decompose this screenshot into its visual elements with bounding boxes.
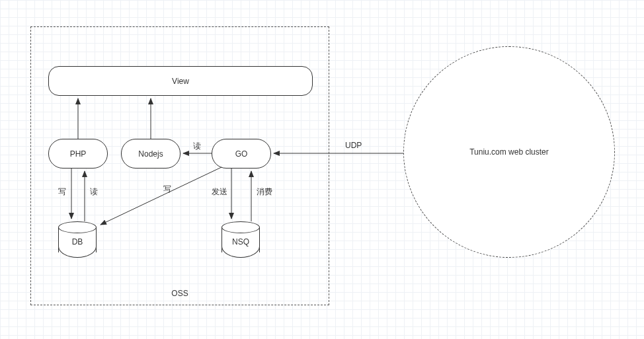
cluster-label: Tuniu.com web cluster (469, 147, 549, 157)
oss-label: OSS (171, 289, 188, 298)
nodejs-node: Nodejs (121, 139, 181, 169)
nodejs-label: Nodejs (138, 149, 163, 159)
go-node: GO (212, 139, 271, 169)
diagram-canvas: OSS View PHP Nodejs GO DB NSQ Tuniu.com … (0, 0, 644, 339)
php-label: PHP (70, 149, 87, 159)
edge-label-go-nsq-send: 发送 (210, 186, 229, 198)
go-label: GO (235, 149, 248, 159)
view-node: View (48, 66, 313, 96)
php-node: PHP (48, 139, 108, 169)
edge-label-go-db-write: 写 (162, 184, 173, 195)
db-node: DB (58, 221, 97, 258)
nsq-node: NSQ (221, 221, 260, 258)
nsq-label: NSQ (221, 237, 260, 246)
edge-label-php-db-read: 读 (89, 186, 99, 198)
edge-label-go-nodejs: 读 (192, 141, 202, 152)
edge-label-cluster-go-udp: UDP (344, 141, 363, 150)
db-label: DB (58, 237, 97, 246)
view-label: View (172, 77, 189, 86)
edge-label-php-db-write: 写 (57, 186, 67, 198)
cluster-node: Tuniu.com web cluster (403, 46, 615, 258)
edge-label-go-nsq-consume: 消费 (255, 186, 274, 198)
